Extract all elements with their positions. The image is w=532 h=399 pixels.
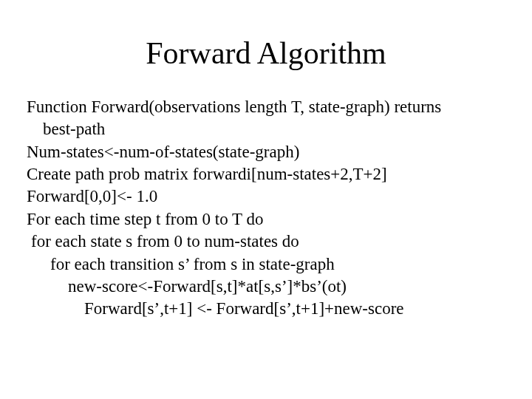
code-line: Forward[s’,t+1] <- Forward[s’,t+1]+new-s…: [27, 298, 505, 320]
code-line: for each state s from 0 to num-states do: [27, 231, 505, 253]
code-line: For each time step t from 0 to T do: [27, 208, 505, 231]
slide: Forward Algorithm Function Forward(obser…: [0, 0, 532, 399]
slide-title: Forward Algorithm: [27, 35, 505, 71]
code-line: Num-states<-num-of-states(state-graph): [27, 141, 505, 163]
code-line: Create path prob matrix forwardi[num-sta…: [27, 163, 505, 185]
code-line: Forward[0,0]<- 1.0: [27, 185, 505, 208]
code-line: new-score<-Forward[s,t]*at[s,s’]*bs’(ot): [27, 276, 505, 298]
code-line: best-path: [27, 118, 505, 140]
slide-body: Function Forward(observations length T, …: [27, 96, 505, 321]
code-line: for each transition s’ from s in state-g…: [27, 253, 505, 276]
code-line: Function Forward(observations length T, …: [27, 96, 505, 118]
